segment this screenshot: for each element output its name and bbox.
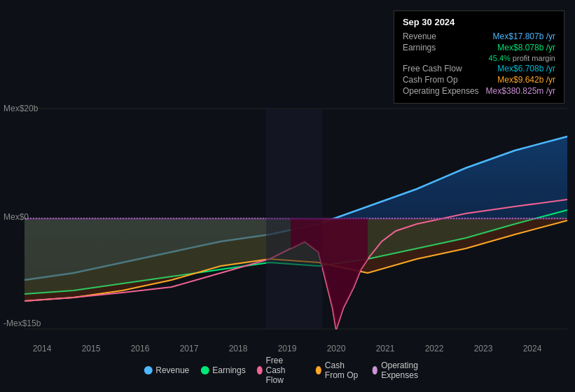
legend-dot-fcf (257, 366, 263, 374)
legend-dot-earnings (200, 366, 209, 374)
y-label-top: Mex$20b (4, 104, 38, 113)
x-label-2018: 2018 (229, 344, 248, 354)
tooltip-row-cashfromop: Cash From Op Mex$9.642b /yr (403, 75, 555, 85)
tooltip-title: Sep 30 2024 (403, 17, 555, 27)
x-label-2020: 2020 (327, 344, 346, 354)
legend-dot-revenue (144, 366, 152, 374)
x-label-2024: 2024 (523, 344, 542, 354)
legend-dot-cashfromop (316, 366, 321, 374)
legend-fcf[interactable]: Free Cash Flow (257, 356, 305, 385)
y-label-bottom: -Mex$15b (4, 318, 41, 328)
y-label-zero: Mex$0 (4, 212, 29, 222)
x-label-2014: 2014 (33, 344, 52, 354)
tooltip-row-revenue: Revenue Mex$17.807b /yr (403, 31, 555, 41)
x-label-2015: 2015 (82, 344, 101, 354)
legend-earnings[interactable]: Earnings (200, 365, 245, 375)
legend-cashfromop[interactable]: Cash From Op (316, 360, 361, 380)
x-label-2016: 2016 (131, 344, 150, 354)
x-label-2017: 2017 (180, 344, 199, 354)
tooltip-row-opex: Operating Expenses Mex$380.825m /yr (403, 86, 555, 96)
legend-revenue[interactable]: Revenue (144, 365, 189, 375)
x-label-2022: 2022 (425, 344, 444, 354)
tooltip-profit-margin: 45.4% profit margin (403, 54, 555, 62)
x-label-2023: 2023 (474, 344, 493, 354)
chart-container: Mex$20b Mex$0 -Mex$15b 2014 2015 2016 20… (0, 0, 575, 392)
x-label-2019: 2019 (278, 344, 297, 354)
legend-dot-opex (372, 366, 377, 374)
tooltip-row-fcf: Free Cash Flow Mex$6.708b /yr (403, 64, 555, 74)
legend: Revenue Earnings Free Cash Flow Cash Fro… (144, 356, 431, 385)
tooltip: Sep 30 2024 Revenue Mex$17.807b /yr Earn… (394, 10, 564, 104)
tooltip-row-earnings: Earnings Mex$8.078b /yr (403, 43, 555, 52)
legend-opex[interactable]: Operating Expenses (372, 360, 431, 380)
x-label-2021: 2021 (376, 344, 395, 354)
